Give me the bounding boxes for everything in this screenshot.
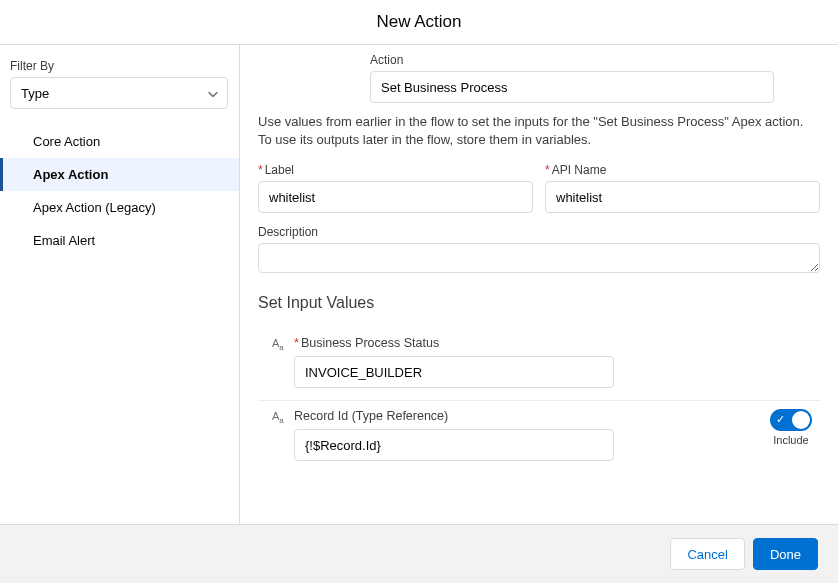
include-toggle-label: Include	[770, 434, 812, 446]
done-button[interactable]: Done	[753, 538, 818, 570]
label-field-label: *Label	[258, 163, 533, 177]
modal-title: New Action	[0, 12, 838, 32]
label-input[interactable]	[258, 181, 533, 213]
sidebar-item-apex-action[interactable]: Apex Action	[0, 158, 239, 191]
filter-by-select[interactable]: Type	[10, 77, 228, 109]
set-input-values-title: Set Input Values	[258, 294, 820, 312]
required-asterisk: *	[545, 163, 550, 177]
required-asterisk: *	[258, 163, 263, 177]
sidebar: Filter By Type Core Action Apex Action A…	[0, 45, 240, 524]
record-id-input[interactable]	[294, 429, 614, 461]
filter-by-value: Type	[21, 86, 49, 101]
modal-header: New Action	[0, 0, 838, 45]
api-name-input[interactable]	[545, 181, 820, 213]
business-process-status-input[interactable]	[294, 356, 614, 388]
action-input[interactable]	[370, 71, 774, 103]
description-label: Description	[258, 225, 820, 239]
hint-text: Use values from earlier in the flow to s…	[258, 113, 820, 149]
sidebar-item-apex-action-legacy[interactable]: Apex Action (Legacy)	[0, 191, 239, 224]
modal-body: Filter By Type Core Action Apex Action A…	[0, 45, 838, 524]
filter-type-list: Core Action Apex Action Apex Action (Leg…	[0, 125, 239, 257]
filter-by-label: Filter By	[10, 59, 239, 73]
sidebar-item-core-action[interactable]: Core Action	[0, 125, 239, 158]
sidebar-item-email-alert[interactable]: Email Alert	[0, 224, 239, 257]
description-input[interactable]	[258, 243, 820, 273]
required-asterisk: *	[294, 336, 299, 350]
api-name-field-label: *API Name	[545, 163, 820, 177]
text-type-icon: Aa	[272, 411, 288, 425]
input-label: *Business Process Status	[294, 336, 614, 350]
modal-footer: Cancel Done	[0, 524, 838, 583]
input-row-business-process-status: Aa *Business Process Status	[258, 330, 820, 401]
action-label: Action	[370, 53, 774, 67]
include-toggle-wrap: ✓ Include	[770, 409, 812, 446]
content-panel: Action Use values from earlier in the fl…	[240, 45, 838, 524]
text-type-icon: Aa	[272, 338, 288, 352]
cancel-button[interactable]: Cancel	[670, 538, 744, 570]
input-row-record-id: Aa Record Id (Type Reference) ✓ Include	[258, 403, 820, 473]
input-label: Record Id (Type Reference)	[294, 409, 614, 423]
check-icon: ✓	[776, 413, 785, 426]
include-toggle[interactable]: ✓	[770, 409, 812, 431]
